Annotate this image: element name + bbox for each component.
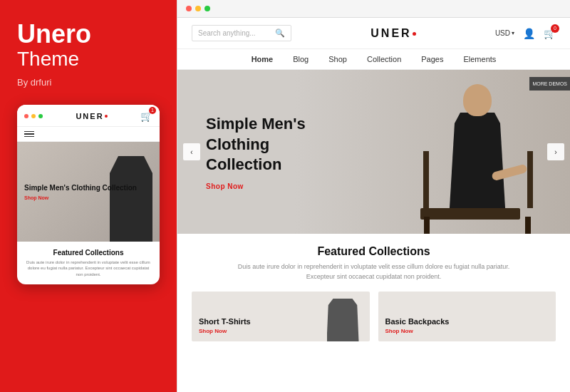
featured-card-tshirts: Short T-Shirts Shop Now [192, 292, 370, 341]
featured-card-2-title: Basic Backpacks [385, 317, 450, 326]
brand-author: By drfuri [17, 77, 51, 88]
mobile-window-dots [24, 114, 43, 118]
nav-item-shop[interactable]: Shop [328, 55, 347, 63]
mobile-dot-green [38, 114, 43, 118]
browser-dot-green[interactable] [204, 6, 210, 11]
featured-card-1-content: Short T-Shirts Shop Now [199, 317, 251, 334]
featured-description: Duis aute irure dolor in reprehenderit i… [232, 262, 517, 282]
featured-collections-section: Featured Collections Duis aute irure dol… [177, 234, 570, 350]
left-panel: Unero Theme By drfuri UNER 🛒 1 [0, 0, 177, 392]
mobile-hero-text: Simple Men's Clothing Collection Shop No… [24, 183, 137, 200]
featured-card-2-content: Basic Backpacks Shop Now [385, 317, 450, 334]
hero-shop-now-button[interactable]: Shop Now [206, 182, 348, 190]
mobile-logo-dot [105, 115, 108, 118]
nav-item-collection[interactable]: Collection [367, 55, 401, 63]
hero-chair-seat [420, 208, 520, 220]
mobile-hero: Simple Men's Clothing Collection Shop No… [17, 142, 160, 242]
featured-title: Featured Collections [192, 245, 556, 258]
brand-name: Unero Theme [17, 21, 91, 71]
featured-card-2-button[interactable]: Shop Now [385, 328, 450, 334]
hero-chair-leg-left [424, 217, 430, 234]
right-panel: Search anything... 🔍 UNER USD ▾ 👤 🛒 0 Ho [177, 0, 570, 392]
hero-chair-leg-right [525, 217, 531, 234]
site-navigation: Home Blog Shop Collection Pages Elements [177, 49, 570, 70]
nav-item-elements[interactable]: Elements [463, 55, 496, 63]
mobile-mockup: UNER 🛒 1 Simple Men's Clothing Collectio… [17, 105, 160, 285]
brand-title: Unero [17, 21, 91, 47]
mobile-cart-badge: 1 [149, 107, 156, 114]
hero-next-button[interactable]: › [547, 143, 564, 160]
hamburger-icon[interactable] [24, 131, 34, 138]
more-demos-container: MORE DEMOS [529, 77, 570, 91]
currency-label: USD [495, 29, 510, 37]
mobile-shop-now-button[interactable]: Shop Now [24, 195, 137, 200]
brand-subtitle: Theme [17, 47, 91, 71]
hero-figure-head [463, 84, 492, 116]
mobile-featured-section: Featured Collections Duis aute irure dol… [17, 242, 160, 284]
nav-item-pages[interactable]: Pages [421, 55, 443, 63]
hero-prev-button[interactable]: ‹ [183, 143, 200, 160]
featured-card-1-button[interactable]: Shop Now [199, 328, 251, 334]
search-placeholder: Search anything... [198, 29, 271, 37]
hero-figure-body [449, 113, 506, 220]
browser-content: Search anything... 🔍 UNER USD ▾ 👤 🛒 0 Ho [177, 18, 570, 392]
featured-card-backpacks: Basic Backpacks Shop Now [378, 292, 556, 341]
hero-model-image [406, 77, 549, 234]
search-bar[interactable]: Search anything... 🔍 [192, 25, 291, 41]
chevron-down-icon: ▾ [512, 30, 514, 36]
site-logo: UNER [370, 27, 415, 40]
mobile-dot-yellow [31, 114, 36, 118]
browser-dot-red[interactable] [186, 6, 192, 11]
user-account-icon[interactable]: 👤 [523, 28, 535, 39]
hero-chair-back-right [527, 151, 533, 208]
nav-item-home[interactable]: Home [252, 55, 274, 63]
mobile-top-bar: UNER 🛒 1 [17, 105, 160, 127]
more-demos-button[interactable]: MORE DEMOS [529, 77, 570, 91]
browser-chrome [177, 0, 570, 18]
site-logo-dot [413, 32, 416, 36]
featured-card-1-title: Short T-Shirts [199, 317, 251, 326]
mobile-featured-title: Featured Collections [24, 249, 152, 257]
hero-title: Simple Men's Clothing Collection [206, 114, 348, 175]
nav-item-blog[interactable]: Blog [293, 55, 309, 63]
hero-chair-back-left [423, 151, 429, 208]
search-icon[interactable]: 🔍 [275, 29, 285, 38]
cart-button[interactable]: 🛒 0 [544, 28, 556, 39]
browser-dot-yellow[interactable] [195, 6, 201, 11]
header-right: USD ▾ 👤 🛒 0 [495, 28, 556, 39]
site-header: Search anything... 🔍 UNER USD ▾ 👤 🛒 0 [177, 18, 570, 49]
cart-badge: 0 [551, 24, 559, 33]
hero-content: Simple Men's Clothing Collection Shop No… [206, 114, 348, 190]
hero-image-area [342, 70, 570, 234]
hero-section: Simple Men's Clothing Collection Shop No… [177, 70, 570, 234]
browser-window-dots [186, 6, 210, 11]
featured-card-1-figure [320, 295, 363, 341]
mobile-featured-description: Duis aute irure dolor in reprehenderit i… [24, 259, 152, 277]
mobile-cart-icon[interactable]: 🛒 1 [140, 110, 152, 122]
mobile-nav-row [17, 127, 160, 143]
mobile-dot-red [24, 114, 28, 118]
currency-selector[interactable]: USD ▾ [495, 29, 514, 37]
mobile-logo: UNER [76, 112, 107, 120]
featured-cards-container: Short T-Shirts Shop Now Basic Backpacks … [192, 292, 556, 341]
mobile-hero-title: Simple Men's Clothing Collection [24, 183, 137, 192]
